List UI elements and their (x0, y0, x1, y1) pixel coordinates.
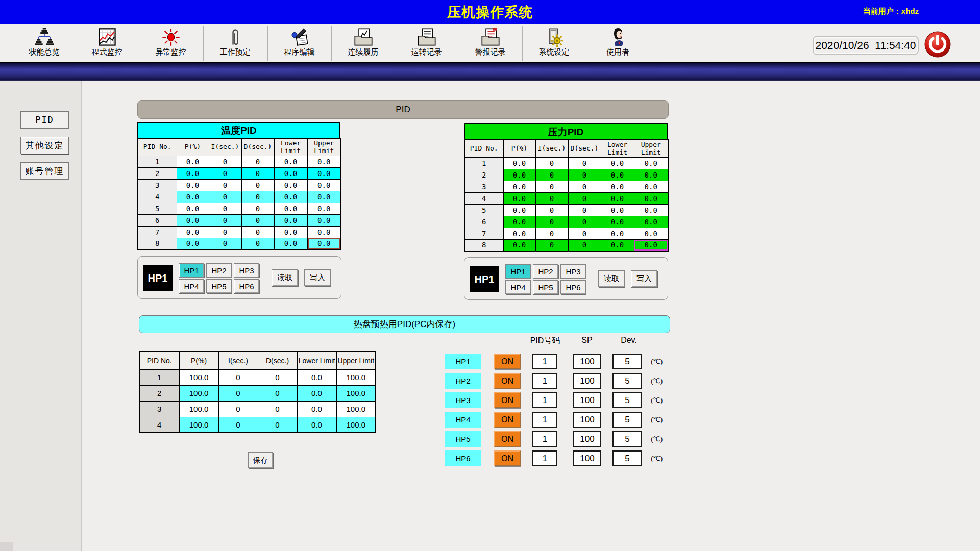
p-cell[interactable]: 0.0 (503, 181, 535, 192)
toolbar-item-system-settings[interactable]: 系统设定 (522, 24, 586, 62)
upper-limit-cell[interactable]: 0.0 (634, 192, 668, 204)
lower-limit-cell[interactable]: 0.0 (274, 179, 307, 191)
dev-input[interactable] (612, 450, 642, 466)
toolbar-item-user[interactable]: 使用者 (586, 24, 650, 62)
dev-input[interactable] (612, 392, 642, 408)
lower-limit-cell[interactable]: 0.0 (601, 192, 634, 204)
upper-limit-cell[interactable]: 100.0 (336, 369, 376, 385)
upper-limit-cell[interactable]: 0.0 (307, 167, 341, 179)
d-cell[interactable]: 0 (241, 179, 274, 191)
on-toggle-button[interactable]: ON (494, 412, 521, 428)
p-cell[interactable]: 0.0 (503, 228, 535, 239)
p-cell[interactable]: 0.0 (177, 226, 209, 238)
lower-limit-cell[interactable]: 0.0 (601, 228, 634, 239)
hp-select-button[interactable]: HP4 (505, 280, 531, 294)
lower-limit-cell[interactable]: 0.0 (274, 156, 307, 167)
sp-input[interactable] (573, 412, 601, 428)
i-cell[interactable]: 0 (218, 369, 258, 385)
sidebar-item-account-management[interactable]: 账号管理 (20, 162, 69, 180)
pid-number-input[interactable] (532, 431, 557, 447)
sp-input[interactable] (573, 354, 601, 369)
d-cell[interactable]: 0 (241, 226, 274, 238)
toolbar-item-program-edit[interactable]: 程序编辑 (267, 24, 331, 62)
upper-limit-cell[interactable]: 0.0 (634, 216, 668, 228)
p-cell[interactable]: 0.0 (177, 167, 209, 179)
p-cell[interactable]: 0.0 (177, 179, 209, 191)
on-toggle-button[interactable]: ON (494, 392, 521, 408)
d-cell[interactable]: 0 (258, 417, 297, 433)
write-button[interactable]: 写入 (304, 269, 331, 286)
sp-input[interactable] (573, 431, 601, 447)
dev-input[interactable] (612, 412, 642, 428)
d-cell[interactable]: 0 (241, 167, 274, 179)
pid-number-input[interactable] (532, 373, 557, 389)
on-toggle-button[interactable]: ON (494, 450, 521, 466)
i-cell[interactable]: 0 (535, 204, 568, 216)
write-button[interactable]: 写入 (631, 270, 657, 287)
i-cell[interactable]: 0 (218, 385, 258, 401)
hp-select-button[interactable]: HP2 (533, 264, 558, 279)
p-cell[interactable]: 100.0 (179, 369, 218, 385)
toolbar-item-program-monitor[interactable]: 程式监控 (75, 24, 139, 62)
upper-limit-cell[interactable]: 0.0 (634, 181, 668, 192)
p-cell[interactable]: 0.0 (503, 157, 535, 169)
d-cell[interactable]: 0 (568, 181, 601, 192)
upper-limit-cell[interactable]: 100.0 (336, 385, 376, 401)
lower-limit-cell[interactable]: 0.0 (601, 169, 634, 181)
hp-select-button[interactable]: HP6 (234, 279, 259, 293)
p-cell[interactable]: 0.0 (177, 203, 209, 214)
d-cell[interactable]: 0 (568, 228, 601, 239)
lower-limit-cell[interactable]: 0.0 (297, 401, 336, 417)
upper-limit-cell[interactable]: 0.0 (307, 238, 341, 249)
toolbar-item-status-overview[interactable]: 状能总览 (12, 24, 76, 62)
upper-limit-cell[interactable]: 0.0 (634, 239, 668, 251)
p-cell[interactable]: 100.0 (179, 417, 218, 433)
p-cell[interactable]: 0.0 (503, 204, 535, 216)
i-cell[interactable]: 0 (535, 239, 568, 251)
i-cell[interactable]: 0 (218, 401, 258, 417)
lower-limit-cell[interactable]: 0.0 (297, 385, 336, 401)
upper-limit-cell[interactable]: 0.0 (307, 191, 341, 203)
d-cell[interactable]: 0 (568, 239, 601, 251)
upper-limit-cell[interactable]: 0.0 (307, 179, 341, 191)
toolbar-item-operation-record[interactable]: 运转记录 (395, 24, 458, 62)
toolbar-item-alarm-record[interactable]: 警报记录 (458, 24, 522, 62)
pid-number-input[interactable] (532, 392, 557, 408)
d-cell[interactable]: 0 (568, 169, 601, 181)
on-toggle-button[interactable]: ON (494, 431, 521, 447)
lower-limit-cell[interactable]: 0.0 (274, 214, 307, 226)
d-cell[interactable]: 0 (258, 401, 297, 417)
power-button[interactable] (924, 31, 951, 58)
d-cell[interactable]: 0 (241, 238, 274, 249)
p-cell[interactable]: 100.0 (179, 385, 218, 401)
i-cell[interactable]: 0 (209, 226, 241, 238)
i-cell[interactable]: 0 (209, 191, 241, 203)
p-cell[interactable]: 0.0 (177, 214, 209, 226)
lower-limit-cell[interactable]: 0.0 (274, 203, 307, 214)
lower-limit-cell[interactable]: 0.0 (601, 239, 634, 251)
p-cell[interactable]: 0.0 (177, 238, 209, 249)
upper-limit-cell[interactable]: 0.0 (307, 203, 341, 214)
lower-limit-cell[interactable]: 0.0 (297, 417, 336, 433)
p-cell[interactable]: 0.0 (177, 191, 209, 203)
d-cell[interactable]: 0 (258, 385, 297, 401)
d-cell[interactable]: 0 (258, 369, 297, 385)
hp-select-button[interactable]: HP5 (206, 279, 232, 293)
toolbar-item-abnormal-monitor[interactable]: 异常监控 (139, 24, 203, 62)
upper-limit-cell[interactable]: 0.0 (307, 226, 341, 238)
lower-limit-cell[interactable]: 0.0 (274, 191, 307, 203)
i-cell[interactable]: 0 (535, 216, 568, 228)
pid-number-input[interactable] (532, 450, 557, 466)
i-cell[interactable]: 0 (218, 417, 258, 433)
lower-limit-cell[interactable]: 0.0 (297, 369, 336, 385)
sidebar-item-pid[interactable]: PID (20, 111, 69, 129)
d-cell[interactable]: 0 (241, 191, 274, 203)
upper-limit-cell[interactable]: 0.0 (307, 156, 341, 167)
lower-limit-cell[interactable]: 0.0 (601, 204, 634, 216)
lower-limit-cell[interactable]: 0.0 (274, 238, 307, 249)
lower-limit-cell[interactable]: 0.0 (274, 226, 307, 238)
p-cell[interactable]: 100.0 (179, 401, 218, 417)
i-cell[interactable]: 0 (535, 192, 568, 204)
d-cell[interactable]: 0 (568, 216, 601, 228)
i-cell[interactable]: 0 (209, 238, 241, 249)
